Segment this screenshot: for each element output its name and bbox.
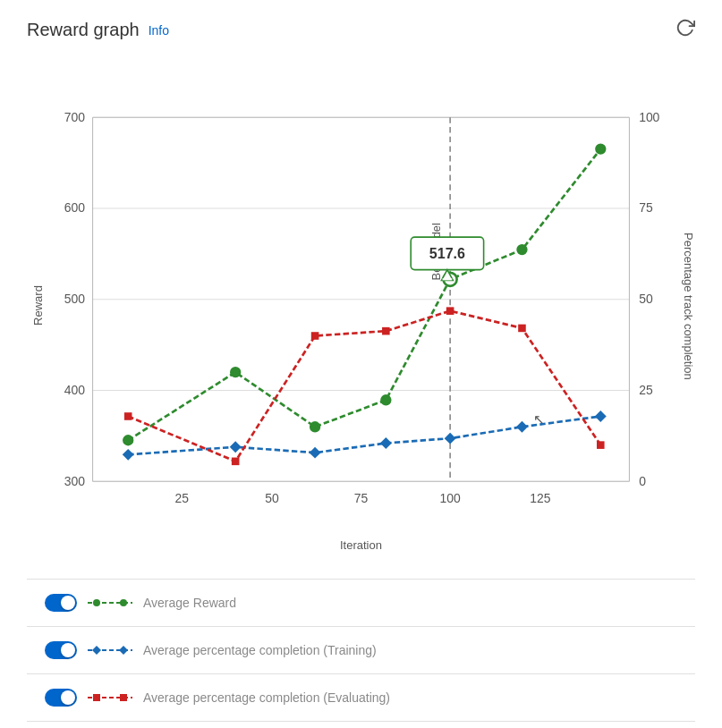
- y-axis-left-label: Reward: [27, 60, 45, 552]
- toggle-avg-reward[interactable]: [45, 594, 77, 612]
- svg-rect-8: [120, 694, 127, 701]
- evaluating-point: [124, 412, 132, 420]
- x-tick-125: 125: [530, 491, 550, 505]
- cursor-icon: ↖: [533, 411, 545, 427]
- legend-label-avg-pct-evaluating: Average percentage completion (Evaluatin…: [143, 690, 390, 705]
- avg-reward-point: [231, 368, 241, 377]
- avg-reward-point: [517, 245, 527, 255]
- avg-reward-point: [596, 144, 606, 154]
- chart-inner: 300 400 500 600 700 0 25 50 75 100 25 50…: [45, 60, 677, 552]
- svg-marker-4: [92, 646, 101, 655]
- training-point: [123, 449, 134, 461]
- toggle-avg-pct-evaluating[interactable]: [45, 689, 77, 707]
- chart-svg: 300 400 500 600 700 0 25 50 75 100 25 50…: [45, 60, 677, 529]
- chart-header: Reward graph Info: [27, 18, 695, 42]
- x-tick-100: 100: [440, 491, 461, 505]
- x-axis-label: Iteration: [45, 538, 677, 552]
- y-tick-600: 600: [64, 200, 85, 215]
- y-tick-300: 300: [64, 474, 85, 488]
- toggle-thumb: [61, 690, 75, 705]
- y-tick-500: 500: [64, 292, 85, 306]
- y-axis-right-label: Percentage track completion: [677, 60, 695, 552]
- evaluating-point: [382, 327, 390, 335]
- evaluating-point: [311, 332, 319, 340]
- legend-item-avg-pct-evaluating: Average percentage completion (Evaluatin…: [27, 674, 695, 722]
- toggle-thumb: [61, 643, 75, 657]
- avg-pct-evaluating-line: [128, 311, 600, 461]
- evaluating-point: [232, 458, 240, 466]
- chart-title: Reward graph: [27, 20, 140, 40]
- x-tick-75: 75: [354, 491, 369, 505]
- y-right-tick-75: 75: [639, 200, 653, 215]
- legend-item-avg-pct-training: Average percentage completion (Training): [27, 627, 695, 674]
- training-point: [595, 411, 607, 422]
- refresh-icon: [675, 18, 695, 38]
- legend-line-avg-reward: [88, 596, 132, 610]
- training-point: [516, 421, 528, 433]
- legend-section: Average Reward Average percentage comple…: [27, 579, 695, 722]
- x-tick-50: 50: [265, 491, 279, 505]
- svg-point-1: [93, 599, 100, 606]
- avg-reward-point: [123, 436, 133, 445]
- y-tick-400: 400: [64, 383, 85, 397]
- y-tick-700: 700: [64, 110, 85, 124]
- evaluating-point: [446, 307, 454, 315]
- training-point: [445, 433, 456, 444]
- svg-point-2: [120, 599, 127, 606]
- toggle-avg-pct-training[interactable]: [45, 641, 77, 659]
- avg-reward-line: [128, 149, 600, 441]
- y-right-tick-0: 0: [639, 474, 646, 488]
- evaluating-point: [597, 441, 605, 449]
- toggle-thumb: [61, 596, 75, 610]
- avg-reward-point: [310, 422, 320, 432]
- legend-line-avg-pct-training: [88, 643, 132, 657]
- y-right-tick-100: 100: [639, 110, 659, 124]
- legend-item-avg-reward: Average Reward: [27, 580, 695, 627]
- legend-label-avg-reward: Average Reward: [143, 596, 236, 610]
- training-point: [230, 441, 242, 453]
- info-button[interactable]: Info: [149, 23, 169, 38]
- tooltip-value: 517.6: [429, 245, 465, 261]
- svg-marker-5: [119, 646, 128, 655]
- evaluating-point: [518, 325, 526, 333]
- refresh-button[interactable]: [675, 18, 695, 42]
- legend-line-avg-pct-evaluating: [88, 690, 132, 705]
- training-point: [310, 447, 321, 459]
- avg-reward-point: [381, 395, 391, 405]
- svg-rect-7: [93, 694, 100, 701]
- y-right-tick-50: 50: [639, 292, 653, 306]
- y-right-tick-25: 25: [639, 383, 653, 397]
- avg-pct-training-line: [128, 416, 600, 454]
- legend-label-avg-pct-training: Average percentage completion (Training): [143, 643, 377, 657]
- x-tick-25: 25: [174, 491, 189, 505]
- training-point: [380, 437, 392, 449]
- chart-area: Reward 300 400 500: [27, 60, 695, 552]
